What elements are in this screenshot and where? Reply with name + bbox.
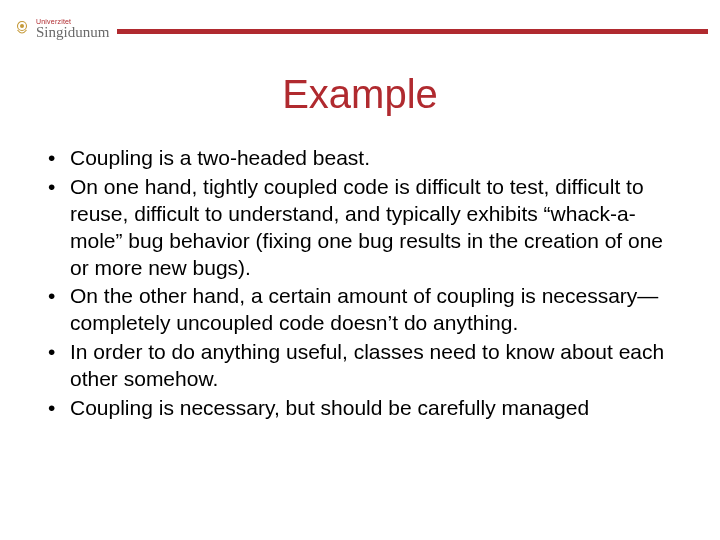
university-logo-icon: [12, 19, 32, 39]
logo-text: Univerzitet Singidunum: [36, 18, 109, 40]
header-rule: [117, 29, 708, 34]
list-item: On the other hand, a certain amount of c…: [40, 283, 680, 337]
list-item: Coupling is a two-headed beast.: [40, 145, 680, 172]
list-item: On one hand, tightly coupled code is dif…: [40, 174, 680, 282]
bullet-list: Coupling is a two-headed beast. On one h…: [40, 145, 680, 422]
list-item: In order to do anything useful, classes …: [40, 339, 680, 393]
slide-title: Example: [0, 72, 720, 117]
logo-name: Singidunum: [36, 25, 109, 40]
list-item: Coupling is necessary, but should be car…: [40, 395, 680, 422]
slide-content: Coupling is a two-headed beast. On one h…: [0, 145, 720, 422]
slide-header: Univerzitet Singidunum: [0, 0, 720, 50]
logo: Univerzitet Singidunum: [12, 18, 109, 40]
svg-point-1: [20, 24, 24, 28]
